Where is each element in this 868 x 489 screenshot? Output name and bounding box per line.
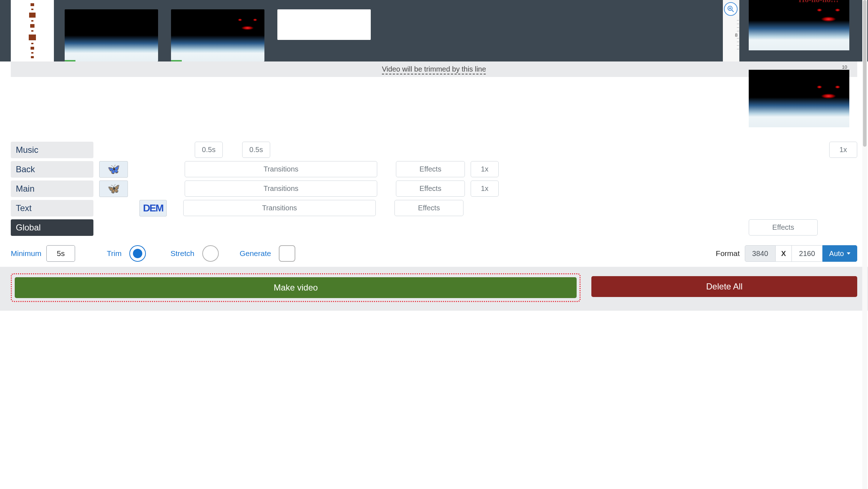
generate-checkbox[interactable] (279, 245, 295, 262)
preview-clip-2[interactable] (749, 70, 849, 127)
auto-label: Auto (829, 250, 844, 258)
audio-column[interactable] (11, 0, 54, 61)
trim-banner-text[interactable]: Video will be trimmed by this line (382, 65, 486, 73)
trim-radio[interactable] (129, 245, 146, 262)
layer-row-text: Text DEM Transitions Effects (11, 200, 857, 216)
layer-row-back: Back 🦋 Transitions Effects 1x (11, 161, 857, 177)
radio-stretch-group: Stretch (170, 245, 219, 262)
actions-bar: Make video Delete All (0, 267, 868, 311)
minimum-input[interactable] (46, 245, 75, 262)
main-transitions-button[interactable]: Transitions (185, 180, 377, 197)
trim-label[interactable]: Trim (107, 249, 121, 258)
chevron-down-icon (847, 252, 850, 255)
make-video-button[interactable]: Make video (15, 277, 577, 298)
stretch-label[interactable]: Stretch (170, 249, 194, 258)
clip-blank[interactable] (277, 9, 371, 40)
preview-stack: Ho-ho-ho!!! (749, 0, 849, 61)
timeline-track[interactable] (65, 9, 371, 61)
format-x-separator: X (776, 245, 791, 262)
scrollbar[interactable] (862, 0, 867, 311)
minimum-label: Minimum (11, 249, 41, 258)
layer-label-music[interactable]: Music (11, 142, 93, 158)
text-thumbnail[interactable]: DEM (139, 200, 167, 216)
ruler-tick: 10 (842, 64, 847, 70)
text-effects-button[interactable]: Effects (394, 200, 463, 216)
layer-label-text[interactable]: Text (11, 200, 93, 216)
back-transitions-button[interactable]: Transitions (185, 161, 377, 177)
format-group: X Auto (745, 245, 857, 262)
butterfly-icon: 🦋 (107, 183, 120, 195)
music-duration-2[interactable]: 0.5s (242, 142, 270, 158)
layer-label-back[interactable]: Back (11, 161, 93, 178)
butterfly-icon: 🦋 (107, 163, 120, 175)
clip-earth-1[interactable] (65, 9, 158, 61)
layer-row-music: Music 0.5s 0.5s 1x (11, 142, 857, 158)
trim-banner: Video will be trimmed by this line 10 (11, 61, 857, 77)
ruler-tick: 8 (735, 32, 738, 38)
svg-line-1 (732, 10, 734, 12)
back-speed[interactable]: 1x (471, 161, 499, 177)
main-thumbnail[interactable]: 🦋 (99, 180, 128, 197)
make-video-highlight: Make video (11, 273, 581, 302)
timeline-ruler: 8 (723, 0, 739, 61)
format-label: Format (716, 249, 740, 258)
timeline: 8 Ho-ho-ho!!! (0, 0, 868, 61)
delete-all-button[interactable]: Delete All (591, 276, 857, 297)
stretch-radio[interactable] (202, 245, 219, 262)
layer-label-global[interactable]: Global (11, 219, 93, 236)
back-effects-button[interactable]: Effects (396, 161, 465, 177)
music-speed[interactable]: 1x (829, 142, 857, 158)
layer-row-main: Main 🦋 Transitions Effects 1x (11, 180, 857, 197)
preview-clip-1[interactable]: Ho-ho-ho!!! (749, 0, 849, 50)
layers-section: Music 0.5s 0.5s 1x Back 🦋 Transitions Ef… (0, 134, 868, 236)
format-width-input[interactable] (745, 245, 776, 262)
global-effects-button[interactable]: Effects (749, 219, 818, 236)
clip-face-1[interactable] (171, 9, 264, 61)
generate-label[interactable]: Generate (240, 249, 271, 258)
format-height-input[interactable] (791, 245, 822, 262)
waveform-icon (27, 2, 38, 60)
controls-row: Minimum Trim Stretch Generate Format X A… (0, 239, 868, 267)
main-speed[interactable]: 1x (471, 180, 499, 197)
music-duration-1[interactable]: 0.5s (195, 142, 223, 158)
scrollbar-thumb[interactable] (863, 0, 867, 147)
layer-label-main[interactable]: Main (11, 180, 93, 197)
radio-trim-group: Trim (107, 245, 146, 262)
main-effects-button[interactable]: Effects (396, 180, 465, 197)
format-auto-dropdown[interactable]: Auto (822, 245, 857, 262)
radio-generate-group: Generate (240, 245, 296, 262)
back-thumbnail[interactable]: 🦋 (99, 161, 128, 178)
preview-overlay-text: Ho-ho-ho!!! (799, 0, 839, 4)
text-transitions-button[interactable]: Transitions (183, 200, 376, 216)
layer-row-global: Global Effects (11, 219, 857, 236)
zoom-in-icon[interactable] (724, 2, 738, 16)
